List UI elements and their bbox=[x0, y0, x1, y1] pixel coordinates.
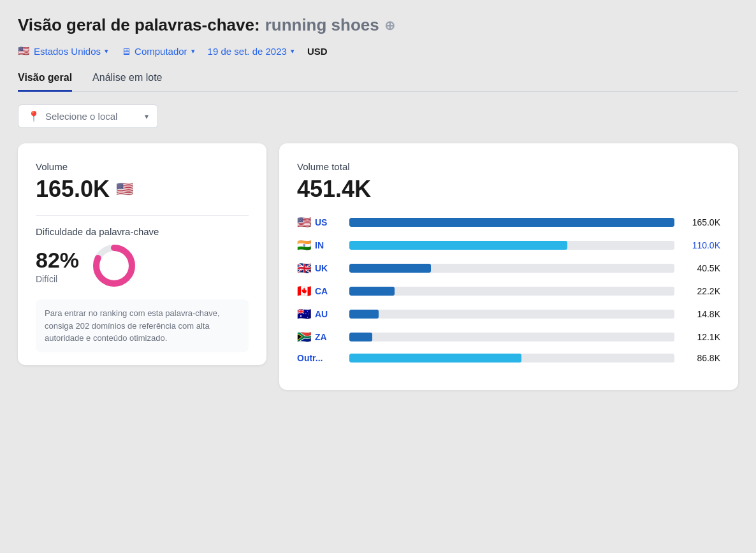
bar-fill-in bbox=[349, 241, 567, 250]
bar-track-au bbox=[349, 310, 674, 319]
bar-row-ca: 🇨🇦CA22.2K bbox=[297, 284, 720, 298]
code-outr...: Outr... bbox=[297, 353, 323, 363]
bar-fill-outr... bbox=[349, 354, 521, 363]
country-info-za: 🇿🇦ZA bbox=[297, 330, 342, 344]
kd-donut-chart bbox=[92, 243, 136, 288]
country-flag: 🇺🇸 bbox=[18, 45, 30, 57]
bar-track-uk bbox=[349, 264, 674, 273]
bar-fill-us bbox=[349, 218, 674, 227]
right-card: Volume total 451.4K 🇺🇸US165.0K🇮🇳IN110.0K… bbox=[279, 143, 738, 390]
kd-row: 82% Difícil bbox=[36, 243, 249, 288]
pin-icon: 📍 bbox=[27, 110, 40, 122]
code-uk: UK bbox=[315, 263, 328, 273]
flag-in: 🇮🇳 bbox=[297, 238, 311, 252]
location-placeholder: Selecione o local bbox=[45, 111, 117, 122]
bar-value-za: 12.1K bbox=[682, 332, 720, 342]
country-info-au: 🇦🇺AU bbox=[297, 307, 342, 321]
date-chevron: ▾ bbox=[291, 47, 294, 55]
bar-value-in: 110.0K bbox=[682, 240, 720, 250]
left-card: Volume 165.0K 🇺🇸 Dificuldade da palavra-… bbox=[18, 143, 266, 365]
flag-uk: 🇬🇧 bbox=[297, 261, 311, 275]
flag-ca: 🇨🇦 bbox=[297, 284, 311, 298]
cards-container: Volume 165.0K 🇺🇸 Dificuldade da palavra-… bbox=[18, 143, 738, 390]
bar-fill-za bbox=[349, 333, 372, 341]
date-filter[interactable]: 19 de set. de 2023 ▾ bbox=[208, 46, 294, 57]
bar-fill-uk bbox=[349, 264, 431, 273]
date-label: 19 de set. de 2023 bbox=[208, 46, 287, 57]
country-info-us: 🇺🇸US bbox=[297, 215, 342, 229]
flag-za: 🇿🇦 bbox=[297, 330, 311, 344]
country-info-in: 🇮🇳IN bbox=[297, 238, 342, 252]
country-info-uk: 🇬🇧UK bbox=[297, 261, 342, 275]
bar-track-ca bbox=[349, 287, 674, 296]
filters-row: 🇺🇸 Estados Unidos ▾ 🖥 Computador ▾ 19 de… bbox=[18, 45, 738, 57]
bar-row-in: 🇮🇳IN110.0K bbox=[297, 238, 720, 252]
country-info-ca: 🇨🇦CA bbox=[297, 284, 342, 298]
flag-au: 🇦🇺 bbox=[297, 307, 311, 321]
bar-row-outr...: Outr...86.8K bbox=[297, 353, 720, 363]
currency-label: USD bbox=[307, 46, 328, 57]
bar-value-outr...: 86.8K bbox=[682, 353, 720, 363]
bar-value-ca: 22.2K bbox=[682, 286, 720, 296]
location-chevron: ▾ bbox=[145, 112, 149, 121]
country-bars: 🇺🇸US165.0K🇮🇳IN110.0K🇬🇧UK40.5K🇨🇦CA22.2K🇦🇺… bbox=[297, 215, 720, 363]
bar-row-us: 🇺🇸US165.0K bbox=[297, 215, 720, 229]
code-ca: CA bbox=[315, 286, 328, 296]
keyword-text: running shoes bbox=[265, 15, 379, 35]
bar-value-us: 165.0K bbox=[682, 217, 720, 227]
kd-difficulty: Difícil bbox=[36, 274, 79, 284]
kd-value-block: 82% Difícil bbox=[36, 248, 79, 284]
bar-track-in bbox=[349, 241, 674, 250]
bar-track-outr... bbox=[349, 354, 674, 363]
volume-number: 165.0K bbox=[36, 176, 110, 203]
footer-hint-text: Para entrar no ranking com esta palavra-… bbox=[36, 299, 249, 352]
code-au: AU bbox=[315, 309, 328, 319]
bar-track-us bbox=[349, 218, 674, 227]
kd-percent: 82% bbox=[36, 248, 79, 273]
country-label: Estados Unidos bbox=[34, 46, 101, 57]
kd-label: Dificuldade da palavra-chave bbox=[36, 226, 249, 237]
code-us: US bbox=[315, 217, 327, 227]
bar-row-au: 🇦🇺AU14.8K bbox=[297, 307, 720, 321]
device-icon: 🖥 bbox=[121, 46, 131, 57]
page-title: Visão geral de palavras-chave: running s… bbox=[18, 15, 738, 35]
code-in: IN bbox=[315, 240, 324, 250]
title-static: Visão geral de palavras-chave: bbox=[18, 15, 260, 35]
card-divider bbox=[36, 215, 249, 216]
bar-row-uk: 🇬🇧UK40.5K bbox=[297, 261, 720, 275]
total-volume-label: Volume total bbox=[297, 161, 720, 172]
device-label: Computador bbox=[134, 46, 187, 57]
bar-value-au: 14.8K bbox=[682, 309, 720, 319]
country-info-outr...: Outr... bbox=[297, 353, 342, 363]
total-volume-value: 451.4K bbox=[297, 176, 720, 203]
code-za: ZA bbox=[315, 332, 327, 342]
tab-analise-em-lote[interactable]: Análise em lote bbox=[92, 72, 162, 92]
add-keyword-icon[interactable]: ⊕ bbox=[384, 18, 395, 33]
bar-fill-ca bbox=[349, 287, 395, 296]
device-filter[interactable]: 🖥 Computador ▾ bbox=[121, 46, 195, 57]
volume-flag: 🇺🇸 bbox=[116, 181, 133, 198]
volume-label: Volume bbox=[36, 161, 249, 172]
bar-value-uk: 40.5K bbox=[682, 263, 720, 273]
country-chevron: ▾ bbox=[105, 47, 108, 55]
bar-row-za: 🇿🇦ZA12.1K bbox=[297, 330, 720, 344]
flag-us: 🇺🇸 bbox=[297, 215, 311, 229]
tab-visao-geral[interactable]: Visão geral bbox=[18, 72, 72, 92]
tabs-row: Visão geral Análise em lote bbox=[18, 72, 738, 92]
device-chevron: ▾ bbox=[191, 47, 195, 55]
bar-track-za bbox=[349, 333, 674, 341]
volume-value: 165.0K 🇺🇸 bbox=[36, 176, 249, 203]
location-select[interactable]: 📍 Selecione o local ▾ bbox=[18, 104, 158, 128]
country-filter[interactable]: 🇺🇸 Estados Unidos ▾ bbox=[18, 45, 108, 57]
bar-fill-au bbox=[349, 310, 379, 319]
